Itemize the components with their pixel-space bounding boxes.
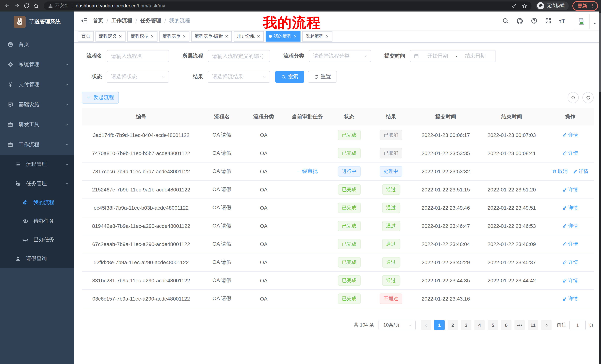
cancel-action-link[interactable]: 取消 bbox=[552, 168, 568, 175]
detail-action-link[interactable]: 详情 bbox=[562, 132, 578, 138]
breadcrumb-label: 首页 bbox=[93, 18, 103, 24]
detail-action-link[interactable]: 详情 bbox=[562, 186, 578, 193]
view-tab[interactable]: 流程模型 bbox=[127, 31, 158, 41]
current-task-link[interactable]: 一级审批 bbox=[297, 168, 318, 174]
sidebar-menu-item[interactable]: 工作流程 bbox=[0, 135, 74, 155]
prev-page-button[interactable] bbox=[421, 320, 431, 330]
page-number-button[interactable]: 4 bbox=[474, 320, 485, 330]
view-tab[interactable]: 流程表单 bbox=[159, 31, 190, 41]
breadcrumb-item[interactable]: 我的流程 / bbox=[169, 18, 190, 24]
table-header-cell: 操作 bbox=[546, 108, 594, 126]
search-button[interactable]: 搜索 bbox=[275, 71, 304, 83]
page-number-button[interactable]: 1 bbox=[434, 320, 445, 330]
view-tab[interactable]: 流程表单-编辑 bbox=[191, 31, 232, 41]
tab-close-icon[interactable] bbox=[119, 34, 122, 38]
view-tab[interactable]: 流程定义 bbox=[95, 31, 126, 41]
create-process-button[interactable]: 发起流程 bbox=[82, 92, 119, 104]
browser-update-menu-button[interactable]: 更新 bbox=[572, 1, 598, 10]
view-tab[interactable]: 用户分组 bbox=[234, 31, 264, 41]
detail-action-link[interactable]: 详情 bbox=[562, 259, 578, 266]
scrollbar-thumb[interactable] bbox=[599, 13, 601, 92]
status-badge: 已完成 bbox=[338, 184, 361, 195]
page-number-button[interactable]: 2 bbox=[448, 320, 458, 330]
next-page-button[interactable] bbox=[541, 320, 551, 330]
breadcrumb-item[interactable]: 任务管理 / bbox=[140, 18, 169, 24]
cell-id: ec45f38f-7b9a-11ec-b03b-acde48001122 bbox=[82, 199, 200, 217]
bookmark-star-icon[interactable] bbox=[522, 3, 527, 8]
breadcrumb-item[interactable]: 首页 / bbox=[93, 18, 111, 24]
sidebar-menu-item[interactable]: 研发工具 bbox=[0, 115, 74, 135]
result-badge: 通过 bbox=[382, 275, 400, 286]
view-tab[interactable]: 首页 bbox=[78, 31, 94, 41]
sidebar-menu-item[interactable]: 我的流程 bbox=[0, 193, 74, 212]
sidebar-menu-item[interactable]: 基础设施 bbox=[0, 95, 74, 115]
result-select[interactable]: 请选择流结果 bbox=[208, 71, 270, 83]
browser-back-button[interactable] bbox=[2, 1, 12, 10]
process-name-input[interactable] bbox=[107, 50, 169, 62]
toggle-search-button[interactable] bbox=[568, 92, 579, 103]
sidebar-menu-item[interactable]: 已办任务 bbox=[0, 230, 74, 249]
refresh-table-button[interactable] bbox=[582, 92, 594, 103]
sidebar-menu-item[interactable]: 请假查询 bbox=[0, 249, 74, 268]
detail-action-link[interactable]: 详情 bbox=[562, 241, 578, 248]
fullscreen-icon[interactable] bbox=[541, 18, 555, 24]
status-select[interactable]: 请选择状态 bbox=[107, 71, 169, 83]
cancel-label: 取消 bbox=[558, 168, 568, 175]
menu-arrow-icon bbox=[65, 143, 69, 147]
category-select[interactable]: 请选择流程分类 bbox=[309, 50, 371, 62]
page-number-button[interactable]: 5 bbox=[488, 320, 498, 330]
tab-close-icon[interactable] bbox=[257, 34, 260, 38]
tab-close-icon[interactable] bbox=[293, 34, 297, 38]
avatar-caret-icon[interactable] bbox=[593, 22, 597, 26]
url-text: dashboard.yudao.iocoder.cn/bpm/task/my bbox=[76, 3, 506, 9]
browser-reload-button[interactable] bbox=[21, 1, 31, 10]
browser-forward-button[interactable] bbox=[12, 1, 21, 10]
address-bar[interactable]: 不安全 dashboard.yudao.iocoder.cn/bpm/task/… bbox=[44, 1, 531, 10]
help-icon[interactable] bbox=[527, 18, 541, 24]
tab-close-icon[interactable] bbox=[225, 34, 229, 38]
reset-button[interactable]: 重置 bbox=[308, 71, 337, 83]
page-number-button[interactable]: 3 bbox=[461, 320, 471, 330]
header-search-icon[interactable] bbox=[499, 18, 513, 24]
page-number-button[interactable]: ••• bbox=[514, 320, 525, 330]
table-header-cell: 结束时间 bbox=[477, 108, 546, 126]
page-size-select[interactable]: 10条/页 bbox=[379, 320, 416, 330]
detail-action-link[interactable]: 详情 bbox=[562, 150, 578, 157]
sidebar-menu-item[interactable]: 支付管理 bbox=[0, 75, 74, 95]
tab-close-icon[interactable] bbox=[325, 34, 329, 38]
edit-pencil-icon bbox=[562, 260, 567, 265]
incognito-icon bbox=[538, 3, 543, 8]
sidebar-logo[interactable]: 芋道管理系统 bbox=[0, 11, 74, 32]
sidebar-menu-item[interactable]: 首页 bbox=[0, 35, 74, 55]
font-size-icon[interactable]: TT bbox=[555, 17, 570, 25]
detail-action-link[interactable]: 详情 bbox=[562, 204, 578, 211]
avatar[interactable] bbox=[574, 14, 590, 29]
key-icon[interactable] bbox=[511, 3, 517, 8]
detail-action-link[interactable]: 详情 bbox=[562, 295, 578, 302]
browser-home-button[interactable] bbox=[31, 1, 41, 10]
page-number-button[interactable]: 11 bbox=[528, 320, 538, 330]
breadcrumb-item[interactable]: 工作流程 / bbox=[111, 18, 140, 24]
process-definition-input[interactable] bbox=[208, 50, 270, 62]
cell-id: 52ffd28e-7b9a-11ec-a290-acde48001122 bbox=[82, 253, 200, 271]
page-scrollbar[interactable] bbox=[599, 11, 601, 364]
sidebar-fold-icon[interactable] bbox=[74, 17, 93, 25]
detail-action-link[interactable]: 详情 bbox=[573, 168, 588, 175]
detail-action-link[interactable]: 详情 bbox=[562, 223, 578, 229]
sidebar-menu-item[interactable]: 任务管理 bbox=[0, 174, 74, 193]
tab-close-icon[interactable] bbox=[150, 34, 154, 38]
jump-page-input[interactable] bbox=[570, 320, 586, 330]
cell-status: 已完成 bbox=[331, 199, 368, 217]
view-tab[interactable]: 发起流程 bbox=[302, 31, 332, 41]
view-tab[interactable]: 我的流程 bbox=[266, 31, 300, 41]
tab-close-icon[interactable] bbox=[182, 34, 186, 38]
detail-action-link[interactable]: 详情 bbox=[562, 277, 578, 284]
sidebar-menu-item[interactable]: 流程管理 bbox=[0, 155, 74, 174]
github-icon[interactable] bbox=[513, 17, 527, 24]
status-badge: 进行中 bbox=[338, 166, 361, 177]
date-range-picker[interactable]: 开始日期 - 结束日期 bbox=[410, 50, 496, 62]
page-number-button[interactable]: 6 bbox=[501, 320, 511, 330]
table-header-cell: 编号 bbox=[82, 108, 200, 126]
sidebar-menu-item[interactable]: 待办任务 bbox=[0, 212, 74, 230]
sidebar-menu-item[interactable]: 系统管理 bbox=[0, 55, 74, 75]
